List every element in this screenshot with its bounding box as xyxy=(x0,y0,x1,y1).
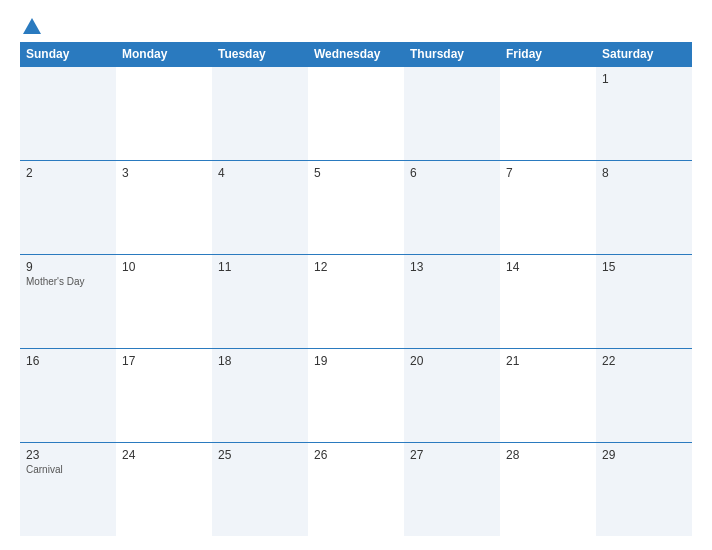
weekday-header-saturday: Saturday xyxy=(596,42,692,66)
day-number: 6 xyxy=(410,166,494,180)
day-number: 9 xyxy=(26,260,110,274)
day-number: 12 xyxy=(314,260,398,274)
calendar-cell xyxy=(116,67,212,160)
calendar-page: SundayMondayTuesdayWednesdayThursdayFrid… xyxy=(0,0,712,550)
weekday-header-thursday: Thursday xyxy=(404,42,500,66)
calendar-cell: 1 xyxy=(596,67,692,160)
day-number: 7 xyxy=(506,166,590,180)
calendar-cell: 2 xyxy=(20,161,116,254)
day-number: 20 xyxy=(410,354,494,368)
day-number: 29 xyxy=(602,448,686,462)
calendar-cell: 11 xyxy=(212,255,308,348)
day-event: Carnival xyxy=(26,464,110,475)
calendar-cell: 6 xyxy=(404,161,500,254)
day-number: 5 xyxy=(314,166,398,180)
day-number: 14 xyxy=(506,260,590,274)
day-number: 18 xyxy=(218,354,302,368)
day-number: 16 xyxy=(26,354,110,368)
calendar-cell: 4 xyxy=(212,161,308,254)
weekday-header-tuesday: Tuesday xyxy=(212,42,308,66)
calendar-cell: 19 xyxy=(308,349,404,442)
day-number: 10 xyxy=(122,260,206,274)
calendar-row-3: 16171819202122 xyxy=(20,348,692,442)
day-number: 1 xyxy=(602,72,686,86)
calendar-cell: 20 xyxy=(404,349,500,442)
weekday-header-monday: Monday xyxy=(116,42,212,66)
calendar-cell: 10 xyxy=(116,255,212,348)
calendar-cell xyxy=(500,67,596,160)
calendar-cell: 24 xyxy=(116,443,212,536)
calendar-cell: 13 xyxy=(404,255,500,348)
calendar-cell: 7 xyxy=(500,161,596,254)
calendar-row-4: 23Carnival242526272829 xyxy=(20,442,692,536)
day-number: 26 xyxy=(314,448,398,462)
calendar-row-1: 2345678 xyxy=(20,160,692,254)
calendar-cell: 25 xyxy=(212,443,308,536)
day-number: 3 xyxy=(122,166,206,180)
day-event: Mother's Day xyxy=(26,276,110,287)
day-number: 24 xyxy=(122,448,206,462)
logo-triangle-icon xyxy=(23,18,41,34)
calendar-cell: 14 xyxy=(500,255,596,348)
day-number: 22 xyxy=(602,354,686,368)
header xyxy=(20,18,692,36)
calendar-cell: 8 xyxy=(596,161,692,254)
calendar-row-0: 1 xyxy=(20,66,692,160)
calendar-cell: 3 xyxy=(116,161,212,254)
calendar-cell: 21 xyxy=(500,349,596,442)
calendar-row-2: 9Mother's Day101112131415 xyxy=(20,254,692,348)
weekday-header-sunday: Sunday xyxy=(20,42,116,66)
calendar-cell: 9Mother's Day xyxy=(20,255,116,348)
weekday-header-friday: Friday xyxy=(500,42,596,66)
day-number: 8 xyxy=(602,166,686,180)
day-number: 28 xyxy=(506,448,590,462)
calendar-cell: 29 xyxy=(596,443,692,536)
day-number: 19 xyxy=(314,354,398,368)
calendar-cell: 23Carnival xyxy=(20,443,116,536)
day-number: 11 xyxy=(218,260,302,274)
calendar-cell: 16 xyxy=(20,349,116,442)
calendar-body: 123456789Mother's Day1011121314151617181… xyxy=(20,66,692,536)
logo xyxy=(20,18,41,36)
calendar: SundayMondayTuesdayWednesdayThursdayFrid… xyxy=(20,42,692,536)
day-number: 2 xyxy=(26,166,110,180)
calendar-cell: 28 xyxy=(500,443,596,536)
calendar-cell: 5 xyxy=(308,161,404,254)
day-number: 23 xyxy=(26,448,110,462)
calendar-cell: 12 xyxy=(308,255,404,348)
day-number: 27 xyxy=(410,448,494,462)
calendar-cell xyxy=(212,67,308,160)
calendar-cell xyxy=(308,67,404,160)
calendar-header-row: SundayMondayTuesdayWednesdayThursdayFrid… xyxy=(20,42,692,66)
weekday-header-wednesday: Wednesday xyxy=(308,42,404,66)
day-number: 4 xyxy=(218,166,302,180)
calendar-cell xyxy=(20,67,116,160)
calendar-cell xyxy=(404,67,500,160)
day-number: 17 xyxy=(122,354,206,368)
calendar-cell: 17 xyxy=(116,349,212,442)
day-number: 13 xyxy=(410,260,494,274)
day-number: 25 xyxy=(218,448,302,462)
calendar-cell: 26 xyxy=(308,443,404,536)
calendar-cell: 15 xyxy=(596,255,692,348)
calendar-cell: 18 xyxy=(212,349,308,442)
day-number: 21 xyxy=(506,354,590,368)
calendar-cell: 27 xyxy=(404,443,500,536)
day-number: 15 xyxy=(602,260,686,274)
calendar-cell: 22 xyxy=(596,349,692,442)
